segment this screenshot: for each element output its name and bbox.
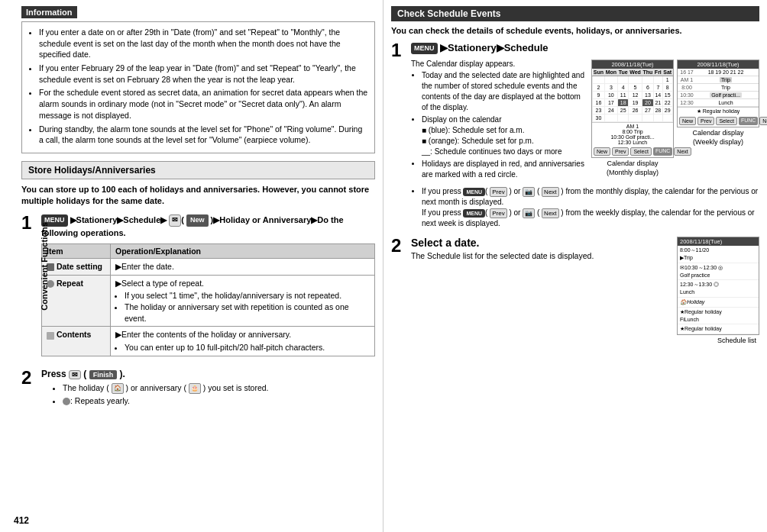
weekly-row-3: 8:00 Trip (678, 84, 759, 92)
bullet-3: Holidays are displayed in red, and anniv… (422, 159, 587, 180)
weekly-cal-title: 2008/11/18(Tue) (678, 60, 759, 69)
calendar-images: 2008/11/18(Tue) SunMonTueWedThuFriSat 1 … (591, 60, 759, 182)
menu-icon-right[interactable]: MENU (411, 43, 438, 54)
time-16-17: 16 17 (679, 69, 694, 75)
info-header: Information (21, 6, 77, 18)
repeat-yearly-icon (63, 398, 70, 405)
sl-row-1: 8:00～11/20▶Trip (678, 246, 759, 263)
step2-sub-2: : Repeats yearly. (63, 395, 269, 407)
operation-date-setting: ▶Enter the date. (111, 259, 375, 276)
step1-content: MENU ▶Stationery▶Schedule▶ ✉( New )▶Holi… (41, 214, 375, 363)
operation-repeat: ▶Select a type of repeat. If you select … (111, 275, 375, 327)
bullet-2: Display on the calendar ■ (blue): Schedu… (422, 114, 587, 157)
check-intro: You can check the details of schedule ev… (391, 26, 759, 35)
monthly-nav-buttons: New Prev Select FUNC Next (592, 146, 673, 157)
calendar-text-area: The Calendar display appears. Today and … (411, 60, 587, 182)
item-date-setting: Date setting (42, 259, 111, 276)
camera-icon2[interactable]: 📷 (523, 208, 535, 218)
next-btn-monthly[interactable]: Next (674, 147, 691, 156)
right-step1-instruction: MENU ▶Stationery▶Schedule (411, 41, 759, 55)
sl-row-filunch: ★Regular holidayFiLunch (678, 308, 759, 325)
menu-prev-icon2[interactable]: MENU (463, 209, 485, 218)
new-button[interactable]: New (186, 214, 209, 227)
step2-number: 2 (21, 369, 37, 387)
info-item-1: If you enter a date on or after 29th in … (39, 27, 368, 60)
right-step2: 2 Select a date. The Schedule list for t… (391, 237, 759, 335)
contents-sub-1: You can enter up to 10 full-pitch/20 hal… (125, 342, 370, 353)
today-cell: 18 (617, 99, 629, 107)
step1-container: 1 MENU ▶Stationery▶Schedule▶ ✉( New )▶Ho… (21, 214, 375, 363)
event-8: Trip (694, 85, 757, 90)
envelope-icon-2[interactable]: ✉ (69, 370, 81, 379)
right-panel: Check Schedule Events You can check the … (384, 0, 767, 532)
info-item-3: For the schedule event stored as secret … (39, 87, 368, 121)
table-header-item: Item (42, 244, 111, 259)
monthly-cal-title: 2008/11/18(Tue) (592, 60, 673, 69)
operation-contents: ▶Enter the contents of the holiday or an… (111, 327, 375, 356)
weekly-caption: Calendar display(Weekly display) (677, 129, 759, 147)
right-step2-number: 2 (391, 237, 406, 255)
anniversary-icon: 🎂 (189, 383, 201, 393)
weekly-holiday: ★ Regular holiday (678, 107, 759, 115)
func-btn-monthly[interactable]: FUNC (653, 147, 672, 156)
time-8: 8:00 (679, 85, 694, 90)
sl-row-2: ✉10:30～12:30 ◎Golf practice (678, 263, 759, 281)
weekly-row-5: 12:30 Lunch (678, 99, 759, 107)
func-btn-weekly[interactable]: FUNC (739, 117, 758, 125)
store-intro: You can store up to 100 each of holidays… (21, 184, 375, 208)
next-btn-weekly[interactable]: Next (759, 117, 767, 125)
right-step2-desc: The Schedule list for the selected date … (411, 251, 671, 260)
schedule-list: 2008/11/18(Tue) 8:00～11/20▶Trip ✉10:30～1… (677, 237, 759, 335)
select-btn-weekly[interactable]: Select (716, 117, 736, 125)
weekly-row-1: 16 17 18 19 20 21 22 (678, 69, 759, 76)
monthly-calendar-box: 2008/11/18(Tue) SunMonTueWedThuFriSat 1 … (591, 60, 674, 177)
selected-cell: 20 (642, 99, 653, 107)
select-btn-monthly[interactable]: Select (630, 147, 651, 156)
prev-icon[interactable]: Prev (490, 187, 506, 197)
info-item-4: During standby, the alarm tone sounds at… (39, 124, 368, 146)
right-step2-content: Select a date. The Schedule list for the… (411, 237, 671, 260)
table-row: Date setting ▶Enter the date. (42, 259, 375, 276)
next-icon2[interactable]: Next (542, 208, 558, 218)
repeat-sub-1: If you select "1 time", the holiday/anni… (125, 290, 370, 301)
time-1030: 10:30 (679, 92, 694, 98)
weekly-row-4: 10:30 Golf practi... (678, 92, 759, 99)
weekly-calendar: 2008/11/18(Tue) 16 17 18 19 20 21 22 AM … (677, 60, 759, 127)
operation-table: Item Operation/Explanation Date setting … (41, 243, 375, 356)
event-golf: Golf practi... (694, 92, 757, 98)
new-btn-weekly[interactable]: New (679, 117, 696, 125)
event-trip: Trip (694, 77, 757, 82)
time-1230: 12:30 (679, 100, 694, 105)
time-am: AM 1 (679, 77, 694, 82)
bullet-1: Today and the selected date are highligh… (422, 70, 587, 113)
camera-icon[interactable]: 📷 (523, 187, 535, 197)
holiday-icon: 🏠 (112, 383, 124, 393)
schedule-list-caption: Schedule list (391, 337, 756, 344)
step2-content-inner: Press ✉ ( Finish ). The holiday ( 🏠 ) or… (41, 369, 269, 408)
page-number: 412 (14, 515, 29, 526)
step1-instruction: MENU ▶Stationery▶Schedule▶ ✉( New )▶Holi… (41, 214, 375, 239)
left-content: Information If you enter a date on or af… (21, 6, 375, 408)
envelope-icon[interactable]: ✉ (169, 214, 181, 227)
new-btn-monthly[interactable]: New (594, 147, 610, 156)
monthly-bottom-info: AM 1 8:00 Trip 10:30 Golf practi... 12:3… (592, 122, 673, 146)
monthly-caption: Calendar display(Monthly display) (591, 160, 674, 177)
monthly-calendar: 2008/11/18(Tue) SunMonTueWedThuFriSat 1 … (591, 60, 674, 158)
sl-row-3: 12:30～13:30 ◎Lunch (678, 280, 759, 298)
prev-icon2[interactable]: Prev (490, 208, 506, 218)
calendar-appears: The Calendar display appears. (411, 60, 587, 68)
menu-prev-icon[interactable]: MENU (463, 188, 485, 197)
table-row: Contents ▶Enter the contents of the holi… (42, 327, 375, 356)
next-icon[interactable]: Next (542, 187, 558, 197)
step1-number: 1 (21, 214, 37, 232)
right-step1-content: MENU ▶Stationery▶Schedule The Calendar d… (411, 41, 759, 231)
event-18-20: 18 19 20 21 22 (694, 69, 757, 75)
prev-btn-weekly[interactable]: Prev (697, 117, 714, 125)
right-step1-number: 1 (391, 41, 406, 60)
right-step1: 1 MENU ▶Stationery▶Schedule The Calendar… (391, 41, 759, 231)
sidebar-label: Convenient Functions (40, 222, 49, 311)
finish-button[interactable]: Finish (89, 370, 118, 379)
event-lunch: Lunch (694, 100, 757, 105)
prev-btn-monthly[interactable]: Prev (612, 147, 629, 156)
bullet-4: If you press MENU( Prev ) or 📷 ( Next ) … (422, 186, 759, 229)
